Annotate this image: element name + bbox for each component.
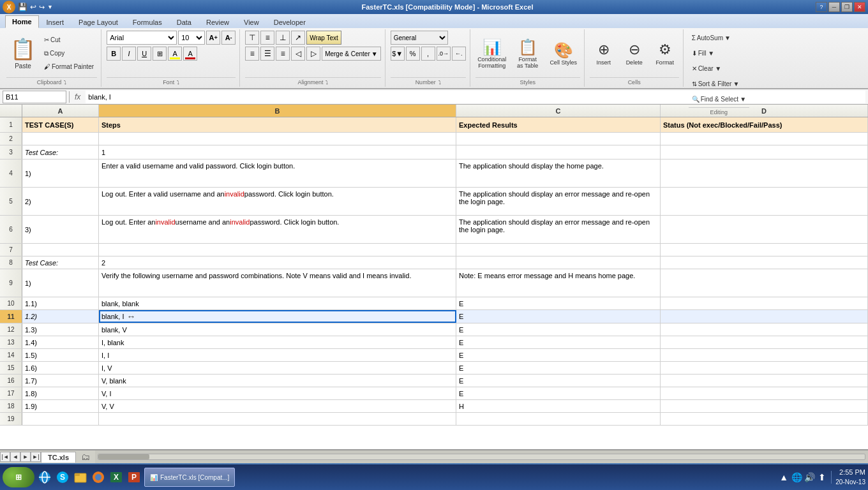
format-as-table-button[interactable]: 📋 Formatas Table: [511, 33, 544, 75]
find-select-button[interactable]: 🔍 Find & Select ▼: [689, 92, 749, 106]
cell-d9[interactable]: [661, 269, 868, 297]
cell-c13[interactable]: E: [456, 336, 661, 348]
scrollbar-thumb-h[interactable]: [98, 454, 149, 459]
tab-view[interactable]: View: [237, 16, 266, 28]
comma-button[interactable]: ,: [421, 47, 435, 61]
quick-access-save[interactable]: 💾: [18, 3, 27, 11]
cell-b3[interactable]: 1: [99, 145, 456, 159]
cell-b12[interactable]: blank, V: [99, 323, 456, 336]
cell-d4[interactable]: [661, 160, 868, 187]
font-dialog-launcher[interactable]: ⤵: [177, 80, 179, 85]
cell-b9[interactable]: Verify the following username and passwo…: [99, 269, 456, 297]
cell-c16[interactable]: E: [456, 375, 661, 387]
row-num-3[interactable]: 3: [0, 145, 22, 159]
cell-c1[interactable]: Expected Results: [456, 117, 661, 132]
cell-a3[interactable]: Test Case:: [22, 145, 99, 159]
cell-c15[interactable]: E: [456, 362, 661, 374]
cell-d8[interactable]: [661, 256, 868, 269]
merge-center-button[interactable]: Merge & Center ▼: [322, 47, 381, 61]
row-num-11[interactable]: 11: [0, 310, 22, 323]
cell-c7[interactable]: [456, 244, 661, 256]
font-name-select[interactable]: Arial: [107, 31, 177, 45]
cell-c4[interactable]: The application should display the home …: [456, 160, 661, 187]
col-header-c[interactable]: C: [456, 105, 661, 117]
tab-review[interactable]: Review: [199, 16, 236, 28]
tab-home[interactable]: Home: [5, 15, 39, 28]
font-grow-button[interactable]: A+: [206, 31, 220, 45]
cell-b11[interactable]: blank, I ↔: [99, 310, 456, 323]
wrap-text-button[interactable]: Wrap Text: [306, 31, 341, 45]
format-button[interactable]: ⚙ Format: [651, 34, 679, 73]
alignment-dialog-launcher[interactable]: ⤵: [326, 80, 328, 85]
start-button[interactable]: ⊞: [3, 467, 34, 487]
cell-b10[interactable]: blank, blank: [99, 297, 456, 309]
cell-b8[interactable]: 2: [99, 256, 456, 269]
cell-b1[interactable]: Steps: [99, 117, 456, 132]
font-shrink-button[interactable]: A-: [221, 31, 236, 45]
cell-a12[interactable]: 1.3): [22, 323, 99, 336]
align-left-button[interactable]: ≡: [245, 47, 259, 61]
taskbar-icon-explorer[interactable]: [73, 470, 88, 485]
clipboard-dialog-launcher[interactable]: ⤵: [64, 80, 66, 85]
italic-button[interactable]: I: [122, 47, 136, 61]
cell-a17[interactable]: 1.8): [22, 387, 99, 399]
row-num-13[interactable]: 13: [0, 336, 22, 348]
sheet-nav-first[interactable]: |◄: [0, 452, 10, 462]
cell-a16[interactable]: 1.7): [22, 375, 99, 387]
row-num-6[interactable]: 6: [0, 216, 22, 243]
cell-a5[interactable]: 2): [22, 188, 99, 215]
tab-formulas[interactable]: Formulas: [126, 16, 169, 28]
systray-arrow[interactable]: ▲: [779, 472, 789, 482]
row-num-12[interactable]: 12: [0, 323, 22, 336]
row-num-2[interactable]: 2: [0, 133, 22, 145]
delete-button[interactable]: ⊖ Delete: [620, 34, 648, 73]
cell-a19[interactable]: [22, 413, 99, 425]
cell-c19[interactable]: [456, 413, 661, 425]
cell-a9[interactable]: 1): [22, 269, 99, 297]
conditional-formatting-button[interactable]: 📊 ConditionalFormatting: [475, 33, 509, 75]
select-all-button[interactable]: [0, 105, 22, 117]
cell-c2[interactable]: [456, 133, 661, 145]
row-num-15[interactable]: 15: [0, 362, 22, 374]
clear-button[interactable]: ✕ Clear ▼: [689, 61, 725, 75]
cell-a2[interactable]: [22, 133, 99, 145]
cell-c8[interactable]: [456, 256, 661, 269]
align-center-button[interactable]: ☰: [260, 47, 274, 61]
col-header-b[interactable]: B: [99, 105, 456, 117]
cell-c3[interactable]: [456, 145, 661, 159]
cell-b6[interactable]: Log out. Enter an invalid username and a…: [99, 216, 456, 243]
sort-filter-dropdown[interactable]: ▼: [733, 80, 739, 87]
tab-data[interactable]: Data: [170, 16, 198, 28]
row-num-19[interactable]: 19: [0, 413, 22, 425]
number-dialog-launcher[interactable]: ⤵: [438, 80, 441, 85]
tab-developer[interactable]: Developer: [267, 16, 313, 28]
copy-button[interactable]: ⧉ Copy: [41, 47, 97, 60]
sheet-tab-add[interactable]: 🗂: [76, 450, 95, 463]
name-box[interactable]: [3, 91, 66, 103]
fill-button[interactable]: ⬇ Fill ▼: [689, 46, 717, 60]
row-num-14[interactable]: 14: [0, 349, 22, 361]
taskbar-icon-firefox[interactable]: [91, 470, 106, 485]
cell-b4[interactable]: Enter a valid username and valid passwor…: [99, 160, 456, 187]
row-num-5[interactable]: 5: [0, 188, 22, 215]
taskbar-icon-ie[interactable]: [37, 470, 52, 485]
cell-d16[interactable]: [661, 375, 868, 387]
cell-a18[interactable]: 1.9): [22, 400, 99, 412]
cell-c12[interactable]: E: [456, 323, 661, 336]
sheet-nav-prev[interactable]: ◄: [10, 452, 20, 462]
cell-d3[interactable]: [661, 145, 868, 159]
cell-d2[interactable]: [661, 133, 868, 145]
cell-c9[interactable]: Note: E means error message and H means …: [456, 269, 661, 297]
cell-a11[interactable]: 1.2): [22, 310, 99, 323]
sheet-nav-last[interactable]: ►|: [31, 452, 41, 462]
sort-filter-button[interactable]: ⇅ Sort & Filter ▼: [689, 77, 743, 91]
currency-button[interactable]: $▼: [391, 47, 405, 61]
underline-button[interactable]: U: [137, 47, 151, 61]
cell-c18[interactable]: H: [456, 400, 661, 412]
cell-a4[interactable]: 1): [22, 160, 99, 187]
fill-color-button[interactable]: A: [168, 47, 182, 61]
cell-b15[interactable]: I, V: [99, 362, 456, 374]
cell-c10[interactable]: E: [456, 297, 661, 309]
tab-insert[interactable]: Insert: [40, 16, 71, 28]
cell-a13[interactable]: 1.4): [22, 336, 99, 348]
